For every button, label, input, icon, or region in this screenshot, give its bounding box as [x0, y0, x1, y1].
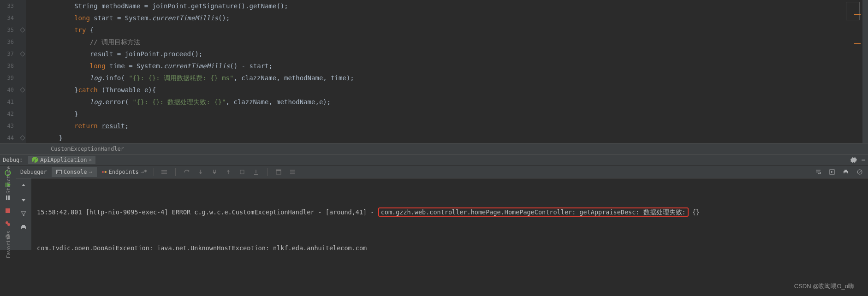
svg-point-18 — [7, 223, 10, 226]
spring-leaf-icon — [32, 157, 38, 163]
drop-frame-icon[interactable] — [238, 167, 247, 177]
step-out-icon[interactable] — [224, 167, 233, 177]
force-step-into-icon[interactable] — [210, 167, 219, 177]
code-area[interactable]: String methodName = joinPoint.getSignatu… — [26, 0, 868, 143]
code-line[interactable]: log.info( "{}: {}: 调用数据耗费: {} ms", clazz… — [28, 72, 868, 84]
line-number: 39 — [0, 72, 14, 84]
fold-marker-icon[interactable] — [20, 135, 25, 140]
debug-label: Debug: — [3, 157, 23, 163]
fold-column — [19, 0, 26, 143]
line-number: 35 — [0, 24, 14, 36]
code-line[interactable]: // 调用目标方法 — [28, 36, 868, 48]
code-line[interactable]: }catch (Throwable e){ — [28, 84, 868, 96]
minimap[interactable] — [842, 1, 866, 139]
code-line[interactable]: log.error( "{}: {}: 数据处理失败: {}", clazzNa… — [28, 96, 868, 108]
minimize-icon[interactable]: — — [862, 156, 865, 163]
debugger-tab[interactable]: Debugger — [16, 167, 52, 177]
run-config-tab[interactable]: ApiApplication ✕ — [28, 156, 95, 164]
fold-marker-icon[interactable] — [20, 87, 25, 92]
favorites-toolwindow-button[interactable]: Favorites — [6, 231, 12, 258]
svg-rect-10 — [844, 172, 847, 174]
line-number: 37 — [0, 48, 14, 60]
code-line[interactable]: long time = System.currentTimeMillis() -… — [28, 60, 868, 72]
line-number: 44 — [0, 132, 14, 144]
up-stack-icon[interactable] — [19, 181, 28, 190]
svg-rect-21 — [22, 228, 25, 230]
line-number: 43 — [0, 120, 14, 132]
code-line[interactable]: return result; — [28, 120, 868, 132]
scroll-to-end-icon[interactable] — [827, 167, 837, 177]
stop-icon[interactable] — [3, 206, 12, 215]
down-stack-icon[interactable] — [19, 195, 28, 204]
console-left-toolbar — [16, 178, 31, 250]
step-over-icon[interactable] — [182, 167, 191, 177]
line-number: 36 — [0, 36, 14, 48]
debug-header-actions: — — [850, 156, 865, 163]
code-line[interactable]: try { — [28, 24, 868, 36]
debug-subtab-bar: Debugger Console → Endpoints →* — [0, 165, 868, 178]
structure-toolwindow-button[interactable]: Structure — [6, 166, 12, 194]
console-output[interactable]: 15:58:42.801 [http-nio-9095-exec-4] ERRO… — [31, 178, 868, 250]
soft-wrap-icon[interactable] — [814, 167, 823, 177]
run-to-cursor-icon[interactable] — [251, 167, 261, 177]
line-number: 34 — [0, 12, 14, 24]
svg-point-3 — [105, 171, 107, 173]
run-config-label: ApiApplication — [40, 157, 87, 163]
watermark-text: CSDN @哎呦喂O_o嗨 — [794, 282, 854, 290]
close-icon[interactable]: ✕ — [89, 157, 92, 163]
print-console-icon[interactable] — [19, 223, 28, 232]
line-number: 33 — [0, 0, 14, 12]
code-line[interactable]: long start = System.currentTimeMillis(); — [28, 12, 868, 24]
code-line[interactable]: result = joinPoint.proceed(); — [28, 48, 868, 60]
step-into-icon[interactable] — [196, 167, 205, 177]
code-line[interactable]: } — [28, 132, 868, 144]
view-breakpoints-icon[interactable] — [3, 219, 12, 228]
console-right-actions — [814, 167, 868, 177]
clear-all-icon[interactable] — [855, 167, 864, 177]
highlighted-error: com.gzzh.web.controller.homePage.HomePag… — [378, 207, 689, 217]
debug-toolwindow-header: Debug: ApiApplication ✕ — — [0, 154, 868, 165]
endpoints-icon — [101, 169, 107, 175]
show-exec-point-icon[interactable] — [160, 167, 169, 177]
line-number: 40 — [0, 84, 14, 96]
fold-marker-icon[interactable] — [20, 51, 25, 56]
svg-point-2 — [102, 171, 104, 173]
debug-step-toolbar — [156, 167, 297, 177]
evaluate-expression-icon[interactable] — [274, 167, 283, 177]
trace-current-stream-icon[interactable] — [288, 167, 297, 177]
code-line[interactable]: } — [28, 108, 868, 120]
svg-rect-15 — [8, 195, 10, 200]
pause-icon[interactable] — [3, 193, 12, 202]
svg-rect-11 — [844, 170, 847, 171]
gear-icon[interactable] — [850, 157, 857, 163]
line-gutter: 333435363738394041424344 — [0, 0, 19, 143]
console-panel: 15:58:42.801 [http-nio-9095-exec-4] ERRO… — [0, 178, 868, 250]
svg-rect-16 — [6, 208, 10, 213]
line-number: 41 — [0, 96, 14, 108]
print-icon[interactable] — [841, 167, 850, 177]
fold-marker-icon[interactable] — [20, 27, 25, 32]
svg-rect-22 — [22, 225, 25, 226]
console-tab[interactable]: Console → — [52, 167, 97, 177]
code-editor[interactable]: 333435363738394041424344 String methodNa… — [0, 0, 868, 143]
line-number: 42 — [0, 108, 14, 120]
svg-rect-4 — [240, 170, 244, 174]
breadcrumb-item[interactable]: CustomExceptionHandler — [51, 146, 124, 152]
svg-rect-14 — [6, 195, 7, 200]
svg-rect-5 — [254, 174, 258, 175]
svg-rect-7 — [276, 170, 281, 171]
breadcrumb-bar: CustomExceptionHandler — [0, 143, 868, 154]
endpoints-tab[interactable]: Endpoints →* — [97, 167, 152, 177]
line-number: 38 — [0, 60, 14, 72]
code-line[interactable]: String methodName = joinPoint.getSignatu… — [28, 0, 868, 12]
console-icon — [56, 169, 62, 175]
filter-icon[interactable] — [19, 209, 28, 218]
